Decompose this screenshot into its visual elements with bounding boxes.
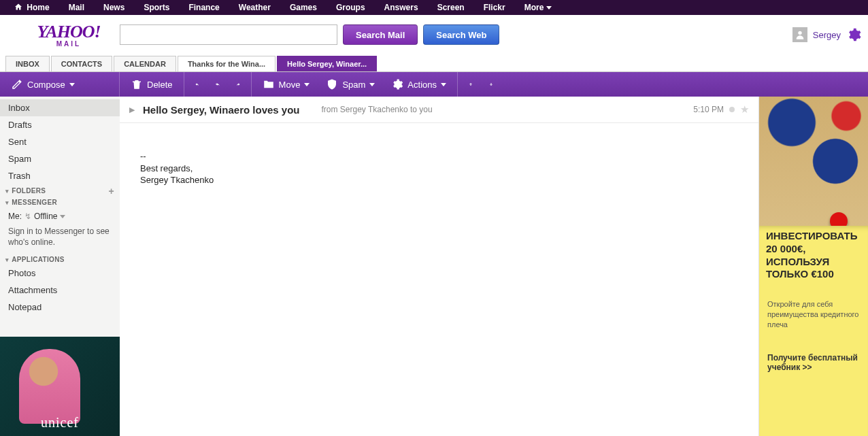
- caret-icon: [441, 83, 446, 86]
- caret-icon: [369, 83, 375, 86]
- compose-button[interactable]: Compose: [7, 76, 79, 93]
- sidebar-ad[interactable]: unicef: [0, 337, 120, 436]
- add-folder-button[interactable]: +: [109, 188, 114, 195]
- app-notepad[interactable]: Notepad: [0, 299, 120, 316]
- nav-games[interactable]: Games: [280, 0, 327, 15]
- tab-bar: INBOX CONTACTS CALENDAR Thanks for the W…: [0, 54, 868, 72]
- body-line: --: [140, 150, 738, 163]
- gear-icon[interactable]: [846, 27, 861, 42]
- tab-calendar[interactable]: CALENDAR: [114, 56, 176, 71]
- folder-list: Inbox Drafts Sent Spam Trash: [0, 97, 120, 184]
- right-ad[interactable]: Откройте для себя преимущества кредитног…: [759, 97, 868, 436]
- nav-weather[interactable]: Weather: [229, 0, 280, 15]
- messenger-status[interactable]: Me: ↯ Offline: [0, 207, 120, 225]
- folder-spam[interactable]: Spam: [0, 150, 120, 167]
- expand-icon[interactable]: ▶: [129, 105, 135, 114]
- header: YAHOO! MAIL Search Mail Search Web Serge…: [0, 15, 868, 54]
- message-body: -- Best regards, Sergey Tkachenko: [120, 123, 758, 214]
- folder-trash[interactable]: Trash: [0, 167, 120, 184]
- search-input[interactable]: [120, 24, 337, 45]
- ad-image: [19, 349, 80, 424]
- move-button[interactable]: Move: [258, 76, 314, 93]
- user-name[interactable]: Sergey: [813, 30, 841, 40]
- ad-cta[interactable]: Получите бесплатный учебник >>: [767, 353, 860, 372]
- search-mail-button[interactable]: Search Mail: [343, 24, 418, 45]
- folder-drafts[interactable]: Drafts: [0, 116, 120, 133]
- prev-message-button[interactable]: [465, 78, 477, 90]
- logo[interactable]: YAHOO! MAIL: [24, 22, 113, 48]
- tab-message-1[interactable]: Thanks for the Wina...: [178, 56, 276, 71]
- reply-button[interactable]: [191, 78, 203, 90]
- chevron-down-icon: [546, 6, 552, 10]
- gear-small-icon: [391, 78, 403, 90]
- messenger-signin-note[interactable]: Sign in to Messenger to see who's online…: [0, 225, 120, 253]
- applications-heading[interactable]: ▾ APPLICATIONS: [0, 253, 120, 265]
- global-nav: Home Mail News Sports Finance Weather Ga…: [0, 0, 868, 15]
- trash-icon: [131, 78, 143, 90]
- caret-icon: [69, 83, 75, 86]
- star-icon[interactable]: ★: [740, 103, 749, 116]
- body-line: Sergey Tkachenko: [140, 174, 738, 186]
- nav-home[interactable]: Home: [4, 0, 59, 15]
- nav-finance[interactable]: Finance: [179, 0, 229, 15]
- message-pane: ▶ Hello Sergey, Winaero loves you from S…: [120, 97, 759, 436]
- collapse-icon: ▾: [5, 188, 9, 195]
- ad-image: [759, 97, 868, 226]
- caret-icon: [304, 83, 310, 86]
- spam-button[interactable]: Spam: [322, 76, 379, 93]
- messenger-heading[interactable]: ▾ MESSENGER: [0, 196, 120, 207]
- nav-answers[interactable]: Answers: [375, 0, 428, 15]
- delete-button[interactable]: Delete: [127, 76, 177, 93]
- app-photos[interactable]: Photos: [0, 265, 120, 282]
- message-header: ▶ Hello Sergey, Winaero loves you from S…: [120, 97, 758, 123]
- app-attachments[interactable]: Attachments: [0, 282, 120, 299]
- logo-brand: YAHOO!: [24, 22, 113, 42]
- presence-icon: ↯: [24, 212, 31, 221]
- tab-inbox[interactable]: INBOX: [5, 56, 50, 71]
- ad-subtext: Откройте для себя преимущества кредитног…: [767, 299, 860, 330]
- collapse-icon: ▾: [5, 199, 9, 206]
- message-meta: 5:10 PM ★: [693, 103, 749, 116]
- nav-more[interactable]: More: [515, 0, 562, 15]
- message-from: from Sergey Tkachenko to you: [322, 105, 433, 114]
- sidebar: Inbox Drafts Sent Spam Trash ▾ FOLDERS +…: [0, 97, 120, 436]
- tab-contacts[interactable]: CONTACTS: [51, 56, 112, 71]
- app-list: Photos Attachments Notepad: [0, 265, 120, 316]
- shield-icon: [326, 78, 338, 90]
- nav-sports[interactable]: Sports: [134, 0, 179, 15]
- ad-headline: ИНВЕСТИРОВАТЬ 20 000€, ИСПОЛЬЗУЯ ТОЛЬКО …: [766, 230, 861, 281]
- search-row: Search Mail Search Web: [120, 24, 499, 45]
- search-web-button[interactable]: Search Web: [423, 24, 499, 45]
- folders-heading[interactable]: ▾ FOLDERS +: [0, 184, 120, 196]
- avatar[interactable]: [792, 27, 807, 42]
- compose-icon: [11, 78, 23, 90]
- body-line: Best regards,: [140, 163, 738, 175]
- reply-all-button[interactable]: [212, 78, 224, 90]
- folder-move-icon: [263, 78, 275, 90]
- ad-brand: unicef: [0, 415, 120, 431]
- user-area: Sergey: [792, 27, 861, 42]
- unread-dot-icon[interactable]: [729, 107, 735, 112]
- folder-sent[interactable]: Sent: [0, 133, 120, 150]
- nav-screen[interactable]: Screen: [428, 0, 474, 15]
- nav-mail[interactable]: Mail: [59, 0, 94, 15]
- person-icon: [795, 29, 805, 40]
- collapse-icon: ▾: [5, 256, 9, 263]
- folder-inbox[interactable]: Inbox: [0, 99, 120, 116]
- nav-flickr[interactable]: Flickr: [474, 0, 515, 15]
- next-message-button[interactable]: [485, 78, 497, 90]
- forward-button[interactable]: [232, 78, 244, 90]
- message-subject: Hello Sergey, Winaero loves you: [143, 104, 300, 116]
- nav-news[interactable]: News: [94, 0, 134, 15]
- home-icon: [14, 3, 23, 11]
- svg-point-0: [798, 31, 801, 35]
- message-time: 5:10 PM: [693, 105, 724, 114]
- actions-button[interactable]: Actions: [387, 76, 450, 93]
- main: Inbox Drafts Sent Spam Trash ▾ FOLDERS +…: [0, 97, 868, 436]
- caret-icon: [60, 215, 65, 218]
- tab-message-active[interactable]: Hello Sergey, Winaer...: [277, 56, 377, 71]
- nav-groups[interactable]: Groups: [327, 0, 375, 15]
- toolbar: Compose Delete Move Spam Actions: [0, 72, 868, 97]
